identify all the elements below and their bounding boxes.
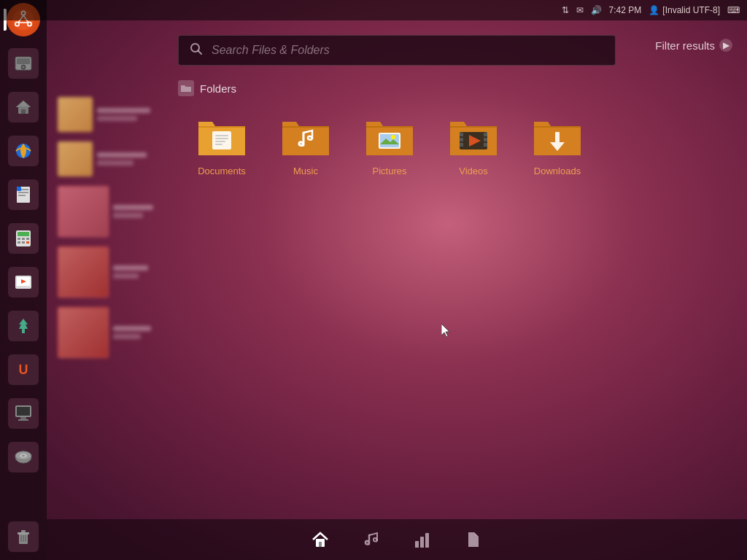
trash-icon [8, 521, 39, 552]
impress-icon [8, 267, 39, 298]
svg-point-6 [16, 23, 19, 26]
svg-rect-62 [555, 132, 560, 142]
filter-label: Filter results [655, 39, 715, 52]
recent-item [54, 243, 167, 301]
tree-icon [8, 311, 39, 341]
svg-rect-33 [18, 419, 28, 421]
svg-rect-32 [20, 417, 26, 419]
folder-item-documents[interactable]: Documents [185, 107, 258, 182]
drive-icon [8, 442, 39, 472]
section-header: Folders [178, 80, 732, 96]
svg-rect-66 [415, 541, 419, 548]
dock-item-home[interactable] [4, 88, 43, 127]
svg-rect-18 [17, 187, 21, 191]
recent-files-list [54, 93, 167, 362]
bottom-chart-button[interactable] [408, 525, 437, 554]
recent-item [54, 138, 167, 180]
folders-section-title: Folders [200, 82, 236, 95]
search-bar[interactable] [178, 35, 616, 66]
svg-rect-16 [18, 192, 28, 193]
svg-rect-22 [22, 238, 25, 240]
ubuntu-one-icon: U [8, 354, 39, 385]
documents-folder-icon [196, 113, 247, 160]
svg-rect-8 [17, 58, 30, 64]
svg-rect-52 [380, 134, 399, 147]
disk-icon [8, 48, 39, 79]
bottom-music-button[interactable] [357, 525, 386, 554]
pictures-folder-icon [364, 113, 415, 160]
writer-icon [8, 179, 39, 210]
svg-rect-12 [21, 109, 26, 114]
svg-rect-68 [425, 533, 429, 548]
svg-rect-50 [215, 144, 222, 145]
svg-rect-58 [484, 133, 487, 136]
downloads-label: Downloads [534, 166, 581, 176]
folder-item-pictures[interactable]: Pictures [353, 107, 426, 182]
svg-point-37 [22, 455, 25, 456]
recent-item [54, 303, 167, 362]
folder-item-videos[interactable]: Videos [437, 107, 510, 182]
svg-rect-31 [17, 407, 30, 416]
pictures-label: Pictures [373, 166, 407, 176]
bottom-bar [47, 519, 747, 560]
search-input[interactable] [212, 44, 604, 57]
folder-item-downloads[interactable]: Downloads [521, 107, 594, 182]
svg-rect-49 [215, 141, 225, 142]
firefox-icon [8, 136, 39, 166]
transfer-icon: ⇅ [562, 5, 569, 15]
dock-item-calc[interactable] [4, 219, 43, 258]
folder-item-music[interactable]: Music [269, 107, 342, 182]
dock-item-ubuntu-one[interactable]: U [4, 350, 43, 389]
svg-rect-24 [18, 241, 20, 244]
documents-label: Documents [198, 166, 246, 176]
user-avatar-icon: 👤 [649, 5, 659, 15]
svg-line-45 [198, 50, 202, 54]
filter-results-button[interactable]: Filter results ▶ [655, 39, 732, 52]
svg-rect-60 [484, 143, 487, 147]
top-bar: ⇅ ✉ 🔊 7:42 PM 👤 [Invalid UTF-8] ⌨ [0, 0, 747, 20]
keyboard-icon: ⌨ [727, 5, 740, 15]
svg-rect-67 [420, 537, 424, 548]
dock-item-trash[interactable] [4, 517, 43, 556]
svg-rect-26 [26, 241, 29, 244]
bottom-file-button[interactable] [459, 525, 488, 554]
dock: U [0, 0, 47, 560]
svg-rect-55 [460, 133, 463, 136]
dock-item-disk[interactable] [4, 44, 43, 83]
svg-rect-40 [21, 530, 26, 532]
filter-arrow-icon: ▶ [719, 39, 732, 52]
folders-section: Folders [178, 80, 732, 182]
music-folder-icon [280, 113, 331, 160]
svg-rect-20 [18, 232, 29, 236]
svg-rect-56 [460, 138, 463, 141]
bottom-home-button[interactable] [306, 525, 335, 554]
screenreader-icon [8, 398, 39, 429]
svg-rect-57 [460, 143, 463, 147]
svg-point-10 [23, 66, 24, 68]
svg-point-5 [28, 23, 31, 26]
clock: 7:42 PM [609, 5, 642, 15]
svg-rect-23 [26, 238, 29, 240]
volume-icon: 🔊 [591, 5, 602, 15]
dock-item-screenreader[interactable] [4, 394, 43, 433]
search-container [178, 35, 616, 66]
svg-rect-46 [212, 131, 231, 149]
folders-grid: Documents Music [178, 107, 732, 182]
dock-item-drive[interactable] [4, 438, 43, 477]
recent-item [54, 93, 167, 136]
mail-icon: ✉ [576, 5, 584, 15]
svg-rect-47 [215, 135, 228, 136]
svg-rect-59 [484, 138, 487, 141]
svg-rect-65 [319, 542, 322, 547]
dock-item-tree[interactable] [4, 306, 43, 346]
calc-icon [8, 223, 39, 254]
music-label: Music [293, 166, 318, 176]
svg-point-53 [391, 135, 395, 139]
folders-section-icon [178, 80, 194, 96]
user-info: 👤 [Invalid UTF-8] [649, 5, 720, 15]
dock-item-writer[interactable] [4, 175, 43, 214]
dock-item-impress[interactable] [4, 262, 43, 302]
search-icon [190, 42, 203, 59]
dock-item-firefox[interactable] [4, 131, 43, 171]
recent-item [54, 182, 167, 241]
